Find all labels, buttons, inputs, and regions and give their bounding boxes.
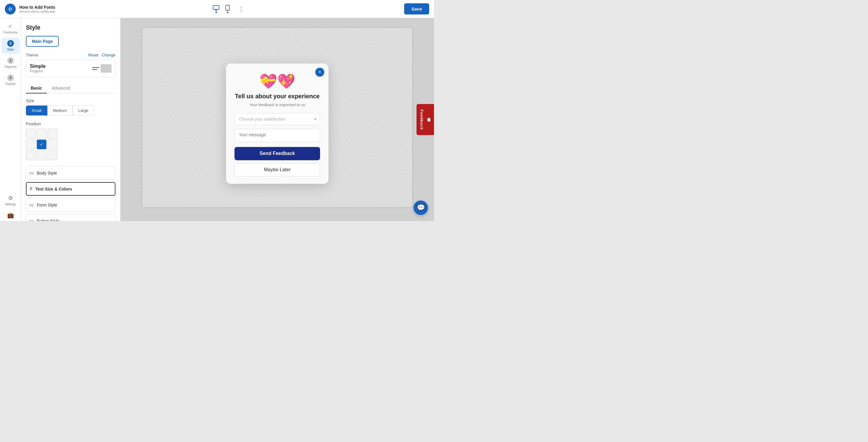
tab-basic[interactable]: Basic — [26, 83, 47, 93]
maybe-later-btn[interactable]: Maybe Later — [235, 163, 320, 176]
modal-title: Tell us about your experience — [235, 92, 320, 100]
nav-label-style: Style — [7, 48, 13, 51]
app-logo: O — [5, 4, 16, 14]
nav-item-customize[interactable]: ✓ Customize — [1, 21, 20, 36]
pos-cell-2[interactable] — [48, 129, 57, 138]
pos-cell-5[interactable] — [48, 140, 57, 149]
size-label: Size — [26, 98, 116, 103]
pos-cell-7[interactable] — [37, 150, 46, 160]
publish-badge: 4 — [7, 75, 14, 81]
desktop-device-btn[interactable] — [213, 5, 219, 13]
pos-cell-1[interactable] — [37, 129, 46, 138]
preview-line-1 — [92, 67, 99, 68]
header-center: ⋮ — [59, 5, 401, 13]
canvas-frame: × 💝💖 Tell us about your experience Your … — [142, 27, 413, 208]
panel-title: Style — [26, 24, 116, 31]
body-style-item[interactable]: ▭ Body Style — [26, 166, 116, 180]
style-badge: 2 — [7, 40, 14, 47]
nav-item-segment[interactable]: 3 Segment — [1, 55, 20, 71]
nav-item-publish[interactable]: 4 Publish — [1, 72, 20, 88]
size-buttons: Small Medium Large — [26, 106, 116, 116]
button-style-item[interactable]: ▭ Button Style — [26, 214, 116, 221]
main-layout: ✓ Customize 2 Style 3 Segment 4 Publish … — [0, 18, 434, 221]
theme-preview — [92, 64, 112, 73]
button-style-icon: ▭ — [29, 218, 34, 221]
header: O How to Add Fonts version-demo.netlify.… — [0, 0, 434, 18]
site-info: How to Add Fonts version-demo.netlify.ap… — [19, 5, 55, 13]
form-style-icon: ▭ — [29, 202, 34, 208]
position-grid: ✓ — [26, 129, 116, 160]
canvas-area: × 💝💖 Tell us about your experience Your … — [121, 18, 434, 221]
send-feedback-btn[interactable]: Send Feedback — [235, 147, 320, 160]
nav-item-settings[interactable]: ⚙ Settings — [1, 193, 20, 208]
right-feedback-tab[interactable]: 📋 Feedback — [416, 104, 434, 136]
nav-label-publish: Publish — [5, 82, 16, 86]
form-style-item[interactable]: ▭ Form Style — [26, 198, 116, 212]
satisfaction-select[interactable]: Choose your satisfaction Very Satisfied … — [235, 113, 320, 125]
message-textarea[interactable] — [235, 129, 320, 142]
modal-subtitle: Your feedback is important to us — [235, 102, 320, 107]
modal-close-btn[interactable]: × — [315, 67, 324, 77]
segment-badge: 3 — [7, 57, 14, 64]
size-medium-btn[interactable]: Medium — [47, 106, 73, 116]
position-label: Position — [26, 121, 116, 126]
nav-label-customize: Customize — [3, 31, 18, 34]
svg-rect-0 — [213, 5, 219, 9]
body-style-label: Body Style — [37, 171, 57, 175]
button-style-label: Button Style — [37, 218, 60, 221]
pos-cell-3[interactable] — [26, 140, 36, 149]
nav-item-briefcase[interactable]: 💼 — [1, 210, 20, 221]
feedback-tab-label: Feedback — [420, 110, 424, 130]
mobile-device-btn[interactable] — [225, 5, 230, 13]
svg-point-4 — [227, 9, 228, 10]
modal-emoji: 💝💖 — [235, 73, 320, 89]
desktop-icon — [213, 5, 219, 10]
nav-label-segment: Segment — [4, 65, 16, 68]
text-size-colors-item[interactable]: T Text Size & Colors — [26, 182, 116, 196]
theme-name: Simple — [30, 64, 45, 69]
feedback-tab-icon: 📋 — [427, 117, 431, 122]
left-nav: ✓ Customize 2 Style 3 Segment 4 Publish … — [0, 18, 21, 221]
size-small-btn[interactable]: Small — [26, 106, 47, 116]
desktop-dot — [216, 11, 217, 13]
settings-icon: ⚙ — [8, 195, 13, 201]
save-button[interactable]: Save — [404, 3, 429, 14]
site-title: How to Add Fonts — [19, 5, 55, 10]
text-icon: T — [30, 186, 32, 191]
tab-advanced[interactable]: Advanced — [47, 83, 75, 93]
theme-card: Simple Poppins — [26, 60, 116, 77]
briefcase-icon: 💼 — [7, 212, 14, 218]
body-style-icon: ▭ — [29, 170, 34, 176]
preview-rect — [101, 64, 112, 73]
size-large-btn[interactable]: Large — [73, 106, 94, 116]
side-panel: Style Main Page Theme Reset Change Simpl… — [21, 18, 121, 221]
pos-cell-8[interactable] — [48, 150, 57, 160]
pos-cell-4[interactable]: ✓ — [37, 140, 46, 149]
more-options-btn[interactable]: ⋮ — [236, 5, 247, 13]
pos-cell-6[interactable] — [26, 150, 36, 160]
reset-link[interactable]: Reset — [88, 53, 98, 57]
chat-button[interactable]: 💬 — [413, 201, 428, 215]
preview-line-2 — [92, 69, 97, 70]
nav-label-settings: Settings — [5, 203, 16, 206]
theme-section-label: Theme Reset Change — [26, 53, 116, 57]
main-page-button[interactable]: Main Page — [26, 36, 59, 47]
satisfaction-select-wrapper: Choose your satisfaction Very Satisfied … — [235, 113, 320, 125]
form-style-label: Form Style — [37, 203, 57, 207]
customize-icon: ✓ — [8, 23, 13, 30]
close-icon: × — [318, 69, 321, 75]
text-size-colors-label: Text Size & Colors — [35, 187, 72, 191]
pos-cell-0[interactable] — [26, 129, 36, 138]
theme-font: Poppins — [30, 69, 45, 73]
mobile-icon — [225, 5, 230, 11]
chat-icon: 💬 — [417, 204, 425, 212]
style-tabs: Basic Advanced — [26, 83, 116, 93]
theme-info: Simple Poppins — [30, 64, 45, 73]
mobile-dot — [227, 12, 228, 13]
change-link[interactable]: Change — [101, 53, 116, 57]
feedback-modal: × 💝💖 Tell us about your experience Your … — [226, 63, 329, 184]
check-icon: ✓ — [40, 142, 43, 147]
nav-item-style[interactable]: 2 Style — [1, 38, 20, 54]
site-url: version-demo.netlify.app — [19, 10, 55, 13]
